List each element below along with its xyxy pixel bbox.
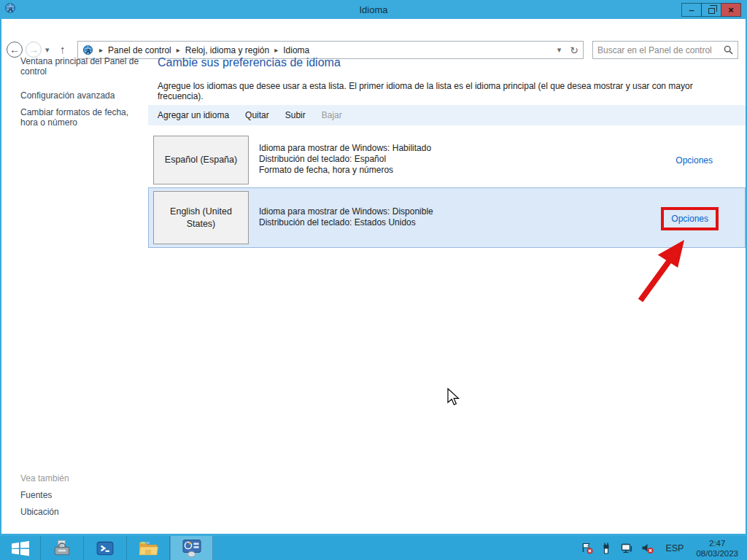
clock-time: 2:47 xyxy=(696,538,738,548)
restore-button[interactable] xyxy=(701,3,721,17)
svg-text:A: A xyxy=(86,47,90,55)
sidebar-item-location[interactable]: Ubicación xyxy=(20,507,141,517)
detail-line: Distribución del teclado: Estados Unidos xyxy=(259,217,433,228)
taskbar-clock[interactable]: 2:47 08/03/2023 xyxy=(696,538,738,559)
forward-button[interactable]: → xyxy=(26,42,42,58)
language-row-english-selected[interactable]: English (United States) Idioma para most… xyxy=(148,187,746,248)
detail-line: Idioma para mostrar de Windows: Habilita… xyxy=(259,143,431,154)
taskbar: ESP 2:47 08/03/2023 xyxy=(0,536,747,560)
window-title: Idioma xyxy=(0,4,747,15)
language-details-spanish: Idioma para mostrar de Windows: Habilita… xyxy=(259,135,431,185)
history-dropdown-button[interactable]: ▾ xyxy=(45,45,50,55)
power-status-icon[interactable] xyxy=(600,542,614,555)
keyboard-language-indicator[interactable]: ESP xyxy=(665,543,684,553)
refresh-icon[interactable]: ↻ xyxy=(570,44,578,56)
navigation-bar: ← → ▾ ↑ A ▸ Panel de control ▸ Reloj, id… xyxy=(0,19,747,42)
sidebar-item-change-date-time-formats[interactable]: Cambiar formatos de fecha, hora o número xyxy=(20,107,141,128)
language-row-spanish[interactable]: Español (España) Idioma para mostrar de … xyxy=(148,135,746,185)
chevron-down-icon: ▾ xyxy=(45,45,50,54)
breadcrumb-separator-icon: ▸ xyxy=(274,46,278,54)
server-manager-icon xyxy=(53,539,71,558)
breadcrumb-control-panel[interactable]: Panel de control xyxy=(108,45,171,55)
options-highlight-box: Opciones xyxy=(661,207,719,230)
up-button[interactable]: ↑ xyxy=(60,43,66,55)
breadcrumb-separator-icon: ▸ xyxy=(177,46,180,54)
server-manager-taskbar-button[interactable] xyxy=(41,536,84,560)
close-button[interactable]: × xyxy=(721,3,741,17)
back-button[interactable]: ← xyxy=(7,42,23,58)
powershell-taskbar-button[interactable] xyxy=(84,536,127,560)
breadcrumb-language[interactable]: Idioma xyxy=(283,45,309,55)
window-border-left xyxy=(0,19,1,536)
language-toolbar: Agregar un idioma Quitar Subir Bajar xyxy=(148,105,746,125)
start-button[interactable] xyxy=(0,536,41,560)
action-center-flag-icon[interactable] xyxy=(581,542,594,555)
search-box[interactable] xyxy=(592,41,738,59)
minimize-icon: – xyxy=(689,4,694,15)
detail-line: Formato de fecha, hora y números xyxy=(259,165,431,176)
minimize-button[interactable]: – xyxy=(681,3,702,17)
move-up-button[interactable]: Subir xyxy=(285,110,306,120)
search-input[interactable] xyxy=(597,45,724,55)
control-panel-icon xyxy=(182,538,202,558)
windows-logo-icon xyxy=(11,540,30,556)
page-title: Cambie sus preferencias de idioma xyxy=(158,56,341,69)
add-language-button[interactable]: Agregar un idioma xyxy=(158,110,229,120)
powershell-icon xyxy=(96,539,115,558)
forward-icon: → xyxy=(28,44,39,55)
detail-line: Distribución del teclado: Español xyxy=(259,154,431,165)
up-arrow-icon: ↑ xyxy=(60,43,66,55)
move-down-button: Bajar xyxy=(322,110,342,120)
sidebar-item-fonts[interactable]: Fuentes xyxy=(20,490,141,500)
language-breadcrumb-icon: A xyxy=(82,44,94,56)
clock-date: 08/03/2023 xyxy=(696,548,738,559)
language-tile-spanish[interactable]: Español (España) xyxy=(153,136,249,184)
title-bar: A Idioma – × xyxy=(0,0,747,19)
breadcrumb-clock-language-region[interactable]: Reloj, idioma y región xyxy=(185,45,269,55)
close-icon: × xyxy=(728,4,734,15)
page-description: Agregue los idiomas que desee usar a est… xyxy=(158,81,738,101)
control-panel-taskbar-button-active[interactable] xyxy=(170,536,213,560)
volume-muted-icon[interactable] xyxy=(640,542,654,555)
see-also-heading: Vea también xyxy=(20,473,69,483)
options-link-english[interactable]: Opciones xyxy=(671,214,708,224)
options-link-spanish[interactable]: Opciones xyxy=(676,155,713,166)
language-details-english: Idioma para mostrar de Windows: Disponib… xyxy=(259,188,433,247)
sidebar-item-control-panel-home[interactable]: Ventana principal del Panel de control xyxy=(20,56,141,77)
detail-line: Idioma para mostrar de Windows: Disponib… xyxy=(259,206,433,217)
remove-language-button[interactable]: Quitar xyxy=(245,110,269,120)
mouse-cursor xyxy=(447,388,462,409)
language-tile-english[interactable]: English (United States) xyxy=(153,191,249,244)
restore-icon xyxy=(708,8,715,14)
breadcrumb-separator-icon: ▸ xyxy=(99,46,103,54)
back-icon: ← xyxy=(9,44,20,55)
file-explorer-taskbar-button[interactable] xyxy=(127,536,170,560)
network-icon[interactable] xyxy=(620,542,634,555)
system-tray: ESP 2:47 08/03/2023 xyxy=(581,536,738,560)
address-dropdown-icon[interactable]: ▾ xyxy=(557,45,562,55)
sidebar-item-advanced-settings[interactable]: Configuración avanzada xyxy=(20,90,141,101)
search-icon[interactable] xyxy=(724,45,733,55)
folder-icon xyxy=(138,540,158,557)
